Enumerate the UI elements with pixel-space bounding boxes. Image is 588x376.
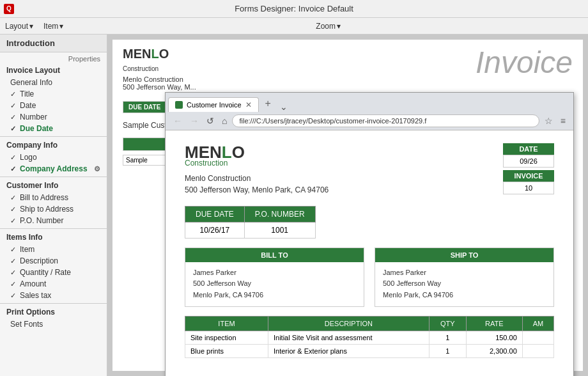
bg-company-info: Menlo Construction 500 Jefferson Way, M.… [123,75,196,91]
row1-rate: 150.00 [466,331,522,344]
sidebar-group-items-info: Items Info [0,231,107,244]
bill-ship-section: BILL TO James Parker 500 Jefferson Way M… [185,247,554,307]
invoice-content: MENLO Construction Menlo Construction 50… [166,130,573,376]
sidebar-item-sales-tax[interactable]: Sales tax [0,290,107,301]
bill-to-box: BILL TO James Parker 500 Jefferson Way M… [185,247,364,307]
bill-to-content: James Parker 500 Jefferson Way Menlo Par… [185,262,364,306]
items-col-qty: QTY [429,316,466,331]
tab-label: Customer Invoice [187,101,242,109]
bg-due-date-header: DUE DATE [123,102,166,113]
sidebar-item-general-info[interactable]: General Info [0,77,107,88]
bg-invoice-header: MENLO Construction Menlo Construction 50… [112,40,583,98]
row1-amount [522,331,553,344]
due-date-value: 10/26/17 [185,222,245,238]
title-bar: Q Forms Designer: Invoice Default [0,0,588,18]
tab-close-button[interactable]: ✕ [245,100,252,109]
gear-icon[interactable]: ⚙ [94,165,100,173]
forward-button[interactable]: → [187,114,201,127]
tab-list-button[interactable]: ⌄ [280,102,288,112]
sidebar: Introduction Properties Invoice Layout G… [0,35,107,376]
sidebar-group-company-info: Company Info [0,139,107,152]
table-row: Blue prints Interior & Exterior plans 1 … [185,344,554,357]
invoice-logo: MENLO Construction [185,143,329,168]
sidebar-group-print-options: Print Options [0,306,107,318]
invoice-number-value: 10 [503,182,554,194]
tab-favicon [175,101,183,109]
sidebar-item-po-number[interactable]: P.O. Number [0,215,107,226]
address-bar[interactable] [232,114,539,127]
browser-active-tab[interactable]: Customer Invoice ✕ [168,97,259,112]
sidebar-item-bill-to[interactable]: Bill to Address [0,192,107,203]
browser-nav-bar: ← → ↺ ⌂ ☆ ≡ [166,112,573,130]
sidebar-item-set-fonts[interactable]: Set Fonts [0,318,107,330]
invoice-logo-section: MENLO Construction Menlo Construction 50… [185,143,329,196]
browser-tabs: Customer Invoice ✕ + ⌄ [166,93,573,112]
sidebar-item-due-date[interactable]: Due Date [0,123,107,134]
sidebar-item-logo[interactable]: Logo [0,152,107,163]
menu-layout[interactable]: Layout ▾ [5,22,33,31]
po-number-value: 1001 [244,222,315,238]
date-value: 09/26 [503,155,554,168]
items-col-rate: RATE [466,316,522,331]
invoice-header-section: MENLO Construction Menlo Construction 50… [185,143,554,196]
bg-logo-construction: Construction [123,65,159,72]
browser-window: Customer Invoice ✕ + ⌄ ← → ↺ ⌂ ☆ ≡ [165,92,574,376]
home-button[interactable]: ⌂ [219,114,229,127]
row1-desc: Initial Site Visit and assessment [268,331,429,344]
new-tab-button[interactable]: + [260,95,276,112]
row2-item: Blue prints [185,344,268,357]
reload-button[interactable]: ↺ [204,114,217,127]
sidebar-group-invoice-layout: Invoice Layout [0,64,107,77]
sidebar-item-ship-to[interactable]: Ship to Address [0,203,107,215]
bookmark-icon[interactable]: ☆ [542,114,555,127]
due-date-po-table: DUE DATE P.O. NUMBER 10/26/17 1001 [185,206,554,239]
back-button[interactable]: ← [171,114,185,127]
content-area: MENLO Construction Menlo Construction 50… [107,35,588,376]
sidebar-item-title[interactable]: Title [0,88,107,100]
ship-to-box: SHIP TO James Parker 500 Jefferson Way M… [375,247,554,307]
due-date-header: DUE DATE [185,206,245,222]
ship-to-header: SHIP TO [375,248,553,262]
sidebar-item-number[interactable]: Number [0,111,107,123]
sidebar-item-date[interactable]: Date [0,100,107,111]
sidebar-item-amount[interactable]: Amount [0,278,107,290]
invoice-number-label: INVOICE [503,170,554,182]
row2-desc: Interior & Exterior plans [268,344,429,357]
items-table: ITEM DESCRIPTION QTY RATE AM Site inspec… [185,316,554,358]
items-col-item: ITEM [185,316,268,331]
table-row: Site inspection Initial Site Visit and a… [185,331,554,344]
bg-logo: MENLO Construction [123,47,196,73]
items-col-desc: DESCRIPTION [268,316,429,331]
menu-bar: Layout ▾ Item ▾ Zoom ▾ [0,18,588,35]
menu-zoom[interactable]: Zoom ▾ [316,22,341,31]
sidebar-item-item[interactable]: Item [0,244,107,255]
items-col-amount: AM [522,316,553,331]
app-icon: Q [4,4,14,14]
sidebar-item-description[interactable]: Description [0,255,107,267]
row2-amount [522,344,553,357]
row1-item: Site inspection [185,331,268,344]
po-number-header: P.O. NUMBER [244,206,315,222]
sidebar-header: Introduction [0,35,107,52]
properties-label: Properties [0,52,107,64]
sidebar-item-quantity-rate[interactable]: Quantity / Rate [0,267,107,278]
bill-to-header: BILL TO [185,248,364,262]
row2-rate: 2,300.00 [466,344,522,357]
date-label: DATE [503,143,554,155]
invoice-date-number: DATE 09/26 INVOICE 10 [503,143,554,194]
browser-menu-icon[interactable]: ≡ [558,114,568,127]
menu-item[interactable]: Item ▾ [43,22,63,31]
browser-chrome: Customer Invoice ✕ + ⌄ ← → ↺ ⌂ ☆ ≡ [166,93,573,130]
bg-invoice-title: Invoice [476,45,573,80]
row1-qty: 1 [429,331,466,344]
main-container: Introduction Properties Invoice Layout G… [0,35,588,376]
invoice-company-address: Menlo Construction 500 Jefferson Way, Me… [185,173,329,196]
items-table-section: ITEM DESCRIPTION QTY RATE AM Site inspec… [185,316,554,358]
row2-qty: 1 [429,344,466,357]
invoice-logo-construction: Construction [185,159,329,168]
sidebar-item-company-address[interactable]: Company Address ⚙ [0,163,107,175]
app-title: Forms Designer: Invoice Default [235,4,353,13]
sidebar-group-customer-info: Customer Info [0,179,107,192]
ship-to-content: James Parker 500 Jefferson Way Menlo Par… [375,262,553,306]
